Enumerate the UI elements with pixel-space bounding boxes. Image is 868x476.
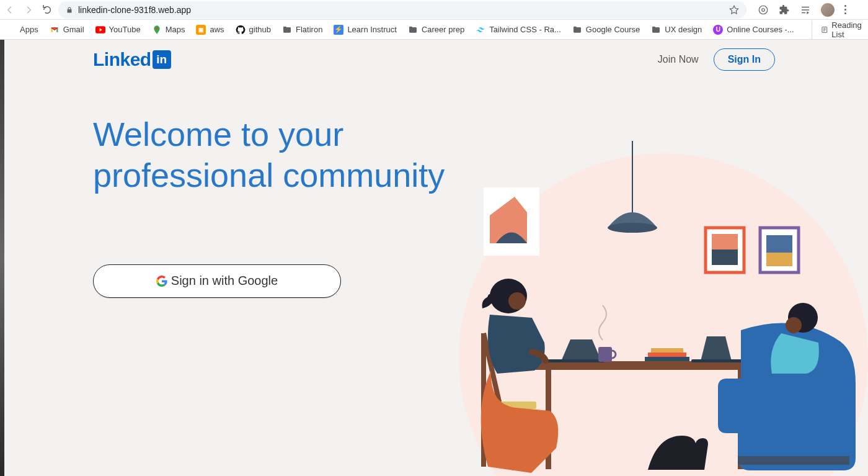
bookmark-item[interactable]: Google Course xyxy=(572,25,640,35)
url-text: linkedin-clone-931f8.web.app xyxy=(78,5,724,15)
google-icon xyxy=(156,276,167,287)
reading-list-button[interactable]: Reading List xyxy=(812,20,864,39)
svg-rect-26 xyxy=(546,370,551,469)
reload-button[interactable] xyxy=(42,5,52,15)
svg-marker-31 xyxy=(561,339,601,361)
svg-point-42 xyxy=(788,303,818,333)
logo-box: in xyxy=(153,50,171,69)
bookmark-label: Learn Instruct xyxy=(347,25,397,34)
lock-icon xyxy=(66,6,73,14)
logo-text: Linked xyxy=(93,49,151,70)
bookmark-label: Tailwind CSS - Ra... xyxy=(489,25,561,34)
bookmark-item[interactable]: Flatiron xyxy=(282,25,322,35)
svg-rect-34 xyxy=(691,359,744,362)
reading-list-label: Reading List xyxy=(831,20,864,39)
svg-rect-29 xyxy=(648,353,686,357)
svg-point-43 xyxy=(786,317,802,333)
browser-toolbar: linkedin-clone-931f8.web.app xyxy=(0,0,868,20)
bookmarks-bar: AppsGmailYouTubeMaps▣awsgithubFlatiron⚡L… xyxy=(0,20,868,40)
page-viewport: Linked in Join Now Sign In Welcome to yo… xyxy=(0,40,868,476)
media-control-icon[interactable] xyxy=(800,4,811,16)
svg-rect-25 xyxy=(533,361,756,370)
bookmark-item[interactable]: ⚡Learn Instruct xyxy=(334,25,397,35)
svg-marker-33 xyxy=(701,336,732,361)
bookmark-item[interactable]: Apps xyxy=(6,25,38,35)
bookmark-item[interactable]: UOnline Courses -... xyxy=(713,25,794,35)
svg-line-36 xyxy=(484,333,515,470)
bookmark-item[interactable]: Career prep xyxy=(408,25,464,35)
chrome-menu-icon[interactable] xyxy=(844,5,846,14)
svg-rect-38 xyxy=(484,402,536,409)
bookmark-label: Google Course xyxy=(586,25,640,34)
bookmark-item[interactable]: Gmail xyxy=(50,25,84,35)
svg-rect-27 xyxy=(738,370,743,469)
extensions-icon[interactable] xyxy=(779,4,790,16)
svg-point-2 xyxy=(762,8,765,11)
bookmark-label: UX design xyxy=(665,25,702,34)
bookmark-item[interactable]: YouTube xyxy=(95,25,141,35)
svg-marker-0 xyxy=(730,6,738,14)
svg-rect-41 xyxy=(738,456,849,465)
bookmark-label: Maps xyxy=(166,25,185,34)
google-signin-label: Sign in with Google xyxy=(171,274,278,288)
google-signin-button[interactable]: Sign in with Google xyxy=(93,264,341,298)
svg-marker-6 xyxy=(807,11,809,14)
bookmark-item[interactable]: Maps xyxy=(152,25,185,35)
bookmark-item[interactable]: Tailwind CSS - Ra... xyxy=(476,25,561,35)
bookmark-label: Flatiron xyxy=(296,25,322,34)
linkedin-logo[interactable]: Linked in xyxy=(93,49,171,70)
profile-avatar[interactable] xyxy=(821,3,835,17)
bookmark-label: Career prep xyxy=(422,25,464,34)
forward-button xyxy=(24,5,33,15)
bookmark-item[interactable]: github xyxy=(236,25,271,35)
bookmark-label: aws xyxy=(210,25,224,34)
hero-section: Welcome to your professional community S… xyxy=(0,71,868,298)
reading-list-icon xyxy=(821,25,828,35)
svg-rect-35 xyxy=(598,347,612,362)
svg-rect-28 xyxy=(645,357,689,361)
bookmark-item[interactable]: ▣aws xyxy=(196,25,224,35)
bookmark-label: Apps xyxy=(20,25,38,34)
back-button[interactable] xyxy=(5,5,15,15)
hero-headline: Welcome to your professional community xyxy=(93,114,490,196)
bookmark-label: github xyxy=(249,25,271,34)
svg-point-9 xyxy=(156,27,158,30)
address-bar[interactable]: linkedin-clone-931f8.web.app xyxy=(58,1,746,19)
svg-point-1 xyxy=(759,6,768,14)
bookmark-label: Gmail xyxy=(63,25,84,34)
bookmark-label: Online Courses -... xyxy=(727,25,794,34)
site-header: Linked in Join Now Sign In xyxy=(0,40,868,71)
svg-rect-32 xyxy=(542,359,604,362)
svg-rect-30 xyxy=(651,348,683,353)
bookmark-label: YouTube xyxy=(109,25,141,34)
join-now-link[interactable]: Join Now xyxy=(658,54,699,65)
eye-extension-icon[interactable] xyxy=(758,4,769,16)
bookmark-item[interactable]: UX design xyxy=(651,25,702,35)
bookmark-star-icon[interactable] xyxy=(729,5,739,15)
sign-in-button[interactable]: Sign In xyxy=(714,48,775,71)
